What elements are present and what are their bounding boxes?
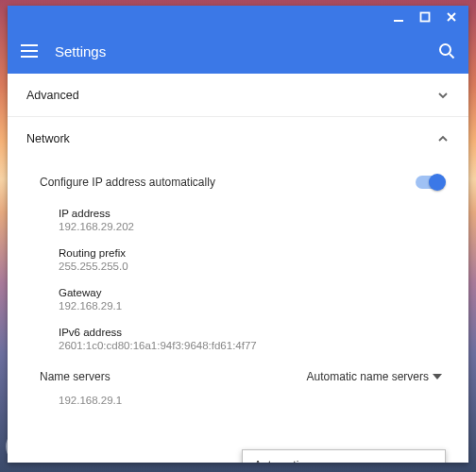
field-label: IP address: [59, 208, 444, 219]
name-servers-label: Name servers: [40, 370, 110, 383]
section-network[interactable]: Network: [8, 117, 468, 160]
configure-ip-row: Configure IP address automatically: [8, 166, 468, 200]
field-routing-prefix: Routing prefix 255.255.255.0: [8, 240, 468, 279]
configure-ip-label: Configure IP address automatically: [40, 176, 215, 189]
svg-point-7: [440, 44, 450, 55]
field-label: Routing prefix: [59, 247, 444, 259]
minimize-icon[interactable]: [393, 11, 404, 23]
search-icon[interactable]: [438, 42, 455, 59]
settings-window: Settings Advanced Network: [8, 6, 468, 463]
field-value: 192.168.29.202: [59, 221, 444, 232]
field-ipv6-address: IPv6 address 2601:1c0:cd80:16a1:94f3:964…: [8, 319, 468, 359]
svg-rect-1: [421, 13, 430, 22]
menu-icon[interactable]: [21, 44, 38, 58]
name-servers-row: Name servers Automatic name servers: [8, 359, 468, 387]
field-ip-address: IP address 192.168.29.202: [8, 200, 468, 240]
window-titlebar: [8, 6, 468, 28]
field-label: IPv6 address: [59, 327, 444, 338]
close-icon[interactable]: [446, 11, 457, 23]
field-value: 255.255.255.0: [59, 261, 444, 272]
configure-ip-toggle[interactable]: [416, 176, 444, 189]
name-servers-selected: Automatic name servers: [307, 370, 429, 383]
field-value: 192.168.29.1: [59, 300, 444, 312]
page-title: Settings: [55, 43, 421, 59]
section-label: Advanced: [26, 89, 79, 102]
chevron-up-icon: [436, 132, 450, 145]
maximize-icon[interactable]: [419, 11, 431, 23]
section-label: Network: [26, 132, 70, 145]
name-servers-dropdown: Automatic name servers Google name serve…: [242, 449, 446, 463]
content-area: Advanced Network Configure IP address au…: [8, 74, 468, 463]
app-header: Settings: [8, 28, 468, 74]
field-value: 2601:1c0:cd80:16a1:94f3:9648:fd61:4f77: [59, 340, 444, 351]
dropdown-triangle-icon: [433, 374, 442, 379]
field-gateway: Gateway 192.168.29.1: [8, 279, 468, 319]
section-advanced[interactable]: Advanced: [8, 74, 468, 117]
dropdown-option-automatic[interactable]: Automatic name servers: [243, 450, 445, 463]
name-servers-value: 192.168.29.1: [8, 387, 468, 413]
network-body: Configure IP address automatically IP ad…: [8, 160, 468, 413]
field-label: Gateway: [59, 287, 444, 298]
svg-line-8: [450, 54, 454, 59]
chevron-down-icon: [436, 89, 450, 102]
name-servers-select[interactable]: Automatic name servers: [307, 370, 444, 383]
